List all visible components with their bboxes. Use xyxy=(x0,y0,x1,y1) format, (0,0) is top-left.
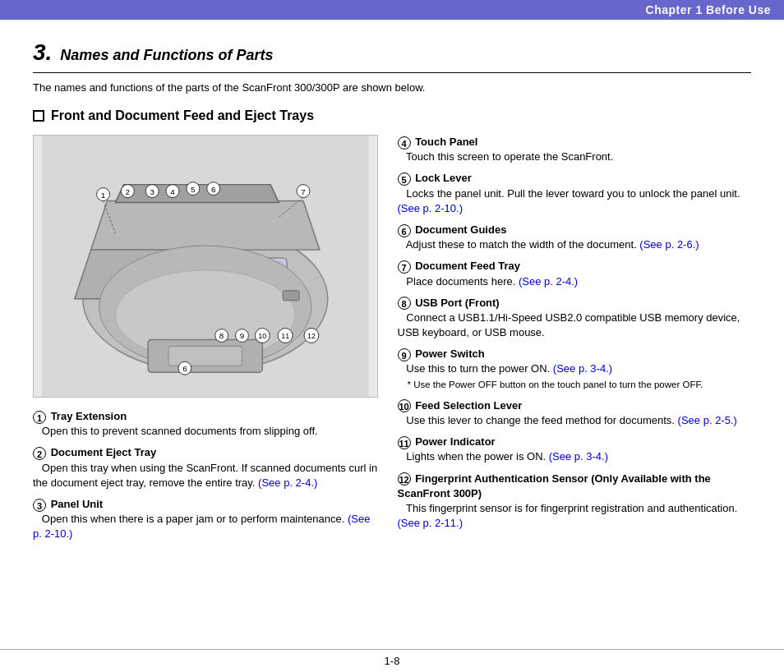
part-desc-7: Place documents here. (See p. 2-4.) xyxy=(398,275,579,288)
svg-text:7: 7 xyxy=(301,187,306,196)
part-number-2: 2 xyxy=(33,447,46,460)
chapter-title: Names and Functions of Parts xyxy=(60,47,273,64)
main-content: 3. Names and Functions of Parts The name… xyxy=(0,20,784,570)
list-item: 10 Feed Selection Lever Use this lever t… xyxy=(398,398,751,428)
scanner-image: 1 2 3 4 5 6 xyxy=(33,135,378,398)
intro-text: The names and functions of the parts of … xyxy=(33,81,751,94)
svg-text:1: 1 xyxy=(101,191,106,200)
part-desc-6: Adjust these to match the width of the d… xyxy=(398,238,699,251)
part-number-11: 11 xyxy=(398,436,411,449)
part-desc-9: Use this to turn the power ON. (See p. 3… xyxy=(398,362,613,375)
note-9: * Use the Power OFF button on the touch … xyxy=(398,380,703,389)
part-desc-5: Locks the panel unit. Pull the lever tow… xyxy=(398,187,740,214)
svg-text:8: 8 xyxy=(219,331,224,340)
part-desc-4: Touch this screen to operate the ScanFro… xyxy=(398,150,614,163)
part-number-6: 6 xyxy=(398,224,411,237)
part-title-9: Power Switch xyxy=(415,348,485,360)
part-desc-1: Open this to prevent scanned documents f… xyxy=(33,425,318,437)
chapter-divider xyxy=(33,72,751,73)
link-5[interactable]: (See p. 2-10.) xyxy=(398,202,463,214)
list-item: 5 Lock Lever Locks the panel unit. Pull … xyxy=(398,171,751,216)
part-desc-2: Open this tray when using the ScanFront.… xyxy=(33,462,377,489)
part-number-1: 1 xyxy=(33,411,46,424)
part-number-12: 12 xyxy=(398,472,411,486)
list-item: 2 Document Eject Tray Open this tray whe… xyxy=(33,445,378,490)
link-6[interactable]: (See p. 2-6.) xyxy=(639,238,699,251)
link-7[interactable]: (See p. 2-4.) xyxy=(519,275,578,288)
part-title-7: Document Feed Tray xyxy=(415,260,520,272)
list-item: 8 USB Port (Front) Connect a USB1.1/Hi-S… xyxy=(398,296,751,341)
section-title: Front and Document Feed and Eject Trays xyxy=(51,108,314,123)
link-10[interactable]: (See p. 2-5.) xyxy=(678,414,737,426)
page-header: Chapter 1 Before Use xyxy=(0,0,784,20)
part-title-8: USB Port (Front) xyxy=(415,297,500,309)
part-title-11: Power Indicator xyxy=(415,435,496,448)
link-11[interactable]: (See p. 3-4.) xyxy=(549,450,608,463)
part-title-12: Fingerprint Authentication Sensor (Only … xyxy=(398,472,711,499)
chapter-heading: 3. Names and Functions of Parts xyxy=(33,39,751,66)
part-desc-11: Lights when the power is ON. (See p. 3-4… xyxy=(398,450,609,463)
part-title-10: Feed Selection Lever xyxy=(415,399,522,412)
list-item: 9 Power Switch Use this to turn the powe… xyxy=(398,347,751,392)
list-item: 4 Touch Panel Touch this screen to opera… xyxy=(398,135,751,164)
link-3[interactable]: (See p. 2-10.) xyxy=(33,513,370,540)
header-text: Chapter 1 Before Use xyxy=(646,3,771,16)
list-item: 12 Fingerprint Authentication Sensor (On… xyxy=(398,472,751,532)
part-title-2: Document Eject Tray xyxy=(51,446,157,458)
part-title-6: Document Guides xyxy=(415,223,506,236)
svg-text:9: 9 xyxy=(240,331,245,340)
link-9[interactable]: (See p. 3-4.) xyxy=(553,362,612,375)
part-number-10: 10 xyxy=(398,399,411,412)
part-number-9: 9 xyxy=(398,348,411,361)
part-number-3: 3 xyxy=(33,499,46,512)
part-number-5: 5 xyxy=(398,173,411,186)
svg-text:3: 3 xyxy=(150,187,154,196)
svg-rect-6 xyxy=(283,291,299,301)
part-desc-8: Connect a USB1.1/Hi-Speed USB2.0 compati… xyxy=(398,311,740,338)
chapter-number: 3. xyxy=(33,39,52,66)
part-title-4: Touch Panel xyxy=(415,136,477,148)
two-column-layout: 1 2 3 4 5 6 xyxy=(33,135,751,550)
svg-text:6: 6 xyxy=(182,364,187,373)
right-column: 4 Touch Panel Touch this screen to opera… xyxy=(398,135,751,550)
parts-list-right: 4 Touch Panel Touch this screen to opera… xyxy=(398,135,751,531)
left-column: 1 2 3 4 5 6 xyxy=(33,135,378,550)
part-title-1: Tray Extension xyxy=(51,410,127,422)
svg-text:4: 4 xyxy=(170,187,175,196)
page-number: 1-8 xyxy=(385,655,400,667)
svg-text:10: 10 xyxy=(258,332,266,340)
part-number-4: 4 xyxy=(398,136,411,150)
list-item: 3 Panel Unit Open this when there is a p… xyxy=(33,497,378,542)
list-item: 7 Document Feed Tray Place documents her… xyxy=(398,259,751,288)
part-title-5: Lock Lever xyxy=(415,172,472,184)
link-2[interactable]: (See p. 2-4.) xyxy=(258,476,317,489)
svg-text:11: 11 xyxy=(281,332,289,340)
page-footer: 1-8 xyxy=(0,649,784,672)
part-desc-10: Use this lever to change the feed method… xyxy=(398,414,737,426)
svg-text:5: 5 xyxy=(191,185,196,194)
link-12[interactable]: (See p. 2-11.) xyxy=(398,517,463,529)
svg-text:12: 12 xyxy=(307,332,316,340)
list-item: 1 Tray Extension Open this to prevent sc… xyxy=(33,409,378,439)
parts-list-left: 1 Tray Extension Open this to prevent sc… xyxy=(33,409,378,542)
svg-rect-8 xyxy=(168,346,242,366)
part-number-8: 8 xyxy=(398,297,411,310)
part-desc-3: Open this when there is a paper jam or t… xyxy=(33,513,370,540)
svg-text:2: 2 xyxy=(126,187,131,196)
part-title-3: Panel Unit xyxy=(51,498,104,510)
part-number-7: 7 xyxy=(398,260,411,274)
part-desc-12: This fingerprint sensor is for fingerpri… xyxy=(398,502,738,529)
svg-text:6: 6 xyxy=(211,185,216,194)
section-checkbox-icon xyxy=(33,110,44,122)
list-item: 11 Power Indicator Lights when the power… xyxy=(398,435,751,464)
section-heading: Front and Document Feed and Eject Trays xyxy=(33,108,751,123)
list-item: 6 Document Guides Adjust these to match … xyxy=(398,223,751,252)
